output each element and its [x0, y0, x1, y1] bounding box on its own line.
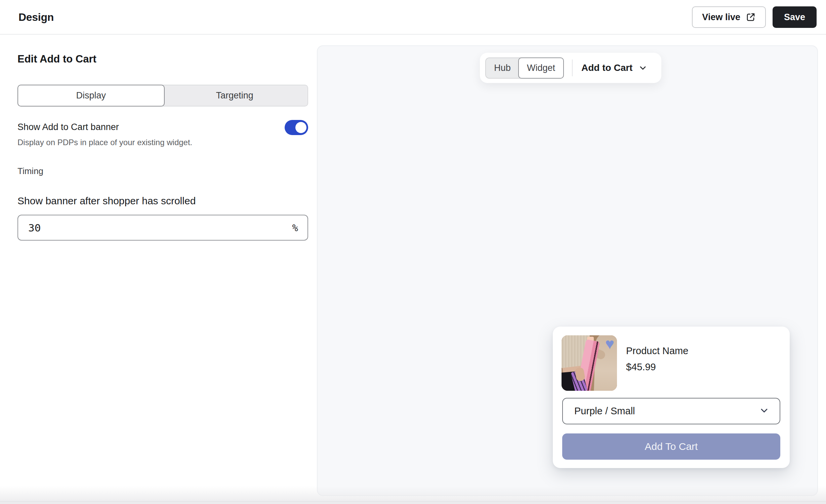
view-live-label: View live [702, 12, 740, 23]
toggle-knob [295, 122, 306, 133]
page-bottom-fade [0, 486, 826, 501]
page-bottom-edge [0, 501, 826, 504]
external-link-icon [746, 12, 756, 22]
mode-option-hub[interactable]: Hub [486, 58, 519, 78]
design-editor-page: Design View live Save Edit Add to Cart D… [0, 0, 826, 504]
scroll-field-label: Show banner after shopper has scrolled [17, 195, 308, 207]
heart-icon: ♥ [605, 335, 614, 353]
component-dropdown-label: Add to Cart [581, 62, 632, 73]
view-live-button[interactable]: View live [692, 6, 766, 28]
product-image: ♥ [562, 335, 617, 391]
chevron-down-icon [638, 63, 648, 73]
variant-selected-value: Purple / Small [574, 406, 635, 417]
component-dropdown[interactable]: Add to Cart [581, 62, 648, 73]
percent-suffix: % [292, 222, 298, 234]
add-to-cart-banner-preview: ♥ Product Name $45.99 Purple / Small Add… [553, 327, 790, 468]
show-banner-description: Display on PDPs in place of your existin… [17, 138, 308, 147]
chevron-down-icon [758, 405, 770, 418]
show-banner-label: Show Add to Cart banner [17, 120, 119, 132]
tab-display[interactable]: Display [17, 85, 165, 107]
add-to-cart-button[interactable]: Add To Cart [562, 433, 780, 460]
timing-section-heading: Timing [17, 166, 308, 176]
mode-option-widget[interactable]: Widget [518, 57, 564, 79]
header: Design View live Save [0, 0, 826, 35]
product-price: $45.99 [626, 362, 656, 373]
editor-tabs: Display Targeting [17, 85, 308, 107]
show-banner-toggle[interactable] [285, 120, 308, 135]
save-label: Save [784, 12, 805, 23]
header-actions: View live Save [692, 6, 817, 28]
scroll-percent-input[interactable] [17, 215, 308, 241]
editor-heading: Edit Add to Cart [17, 53, 308, 65]
toolbar-divider [572, 59, 573, 76]
show-banner-row: Show Add to Cart banner [17, 120, 308, 135]
editor-panel: Edit Add to Cart Display Targeting Show … [17, 47, 308, 241]
save-button[interactable]: Save [773, 6, 817, 28]
variant-select[interactable]: Purple / Small [562, 398, 780, 424]
scroll-field: % [17, 215, 308, 241]
page-title: Design [18, 11, 54, 23]
mode-segmented-control: Hub Widget [485, 57, 564, 79]
product-name: Product Name [626, 345, 688, 356]
preview-toolbar: Hub Widget Add to Cart [480, 53, 661, 83]
tab-targeting[interactable]: Targeting [162, 85, 308, 107]
